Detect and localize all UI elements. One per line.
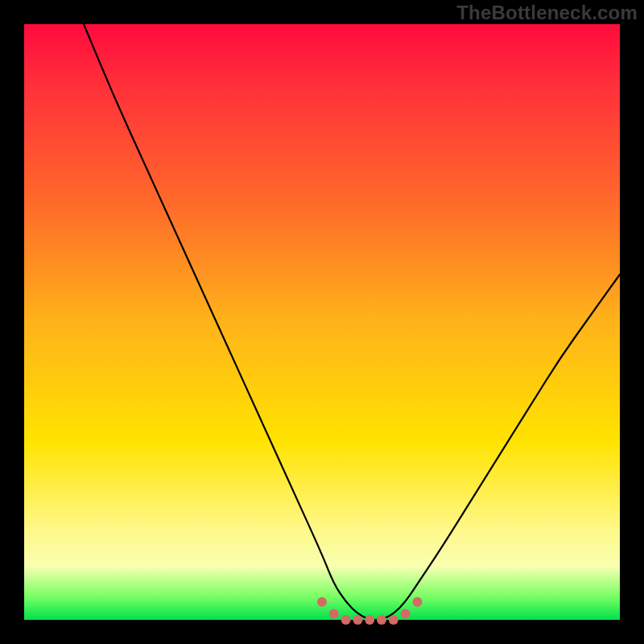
trough-dot xyxy=(377,615,386,625)
chart-stage: TheBottleneck.com xyxy=(0,0,644,644)
trough-dot xyxy=(389,615,398,625)
bottleneck-curve xyxy=(84,24,620,620)
trough-dot xyxy=(401,609,411,619)
curve-layer xyxy=(24,24,620,620)
trough-dot xyxy=(329,609,339,619)
trough-dot xyxy=(412,597,422,607)
trough-dot xyxy=(365,615,374,625)
trough-dot xyxy=(317,597,327,607)
plot-area xyxy=(24,24,620,620)
trough-dot xyxy=(353,615,362,625)
trough-dot xyxy=(341,615,351,625)
watermark-text: TheBottleneck.com xyxy=(456,2,638,24)
